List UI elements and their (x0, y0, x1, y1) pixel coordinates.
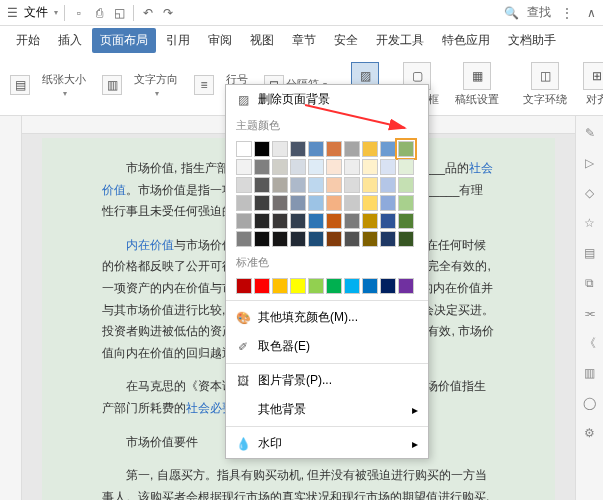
paper-setup-button[interactable]: ▦ 稿纸设置 (451, 60, 503, 109)
text-wrap-button[interactable]: ◫ 文字环绕 (519, 60, 571, 109)
theme-color-swatch[interactable] (308, 141, 324, 157)
theme-color-swatch[interactable] (290, 231, 306, 247)
theme-color-swatch[interactable] (236, 177, 252, 193)
theme-color-swatch[interactable] (236, 195, 252, 211)
theme-color-swatch[interactable] (254, 195, 270, 211)
theme-color-swatch[interactable] (326, 141, 342, 157)
standard-color-swatch[interactable] (380, 278, 396, 294)
standard-color-swatch[interactable] (308, 278, 324, 294)
standard-color-swatch[interactable] (398, 278, 414, 294)
menu-tab-3[interactable]: 引用 (158, 28, 198, 53)
theme-color-swatch[interactable] (290, 213, 306, 229)
standard-color-swatch[interactable] (290, 278, 306, 294)
columns-icon[interactable]: ▥ (98, 73, 126, 97)
theme-color-swatch[interactable] (362, 159, 378, 175)
more-icon[interactable]: ⋮ (559, 5, 575, 21)
search-label[interactable]: 查找 (527, 4, 551, 21)
menu-tab-1[interactable]: 插入 (50, 28, 90, 53)
theme-color-swatch[interactable] (272, 159, 288, 175)
theme-color-swatch[interactable] (254, 231, 270, 247)
theme-color-swatch[interactable] (380, 177, 396, 193)
theme-color-swatch[interactable] (362, 213, 378, 229)
theme-color-swatch[interactable] (326, 195, 342, 211)
remove-background-item[interactable]: ▨ 删除页面背景 (226, 85, 428, 114)
theme-color-swatch[interactable] (254, 213, 270, 229)
theme-color-swatch[interactable] (308, 213, 324, 229)
settings-icon[interactable]: ⚙ (581, 424, 599, 442)
theme-color-swatch[interactable] (398, 213, 414, 229)
theme-color-swatch[interactable] (236, 231, 252, 247)
standard-color-swatch[interactable] (326, 278, 342, 294)
theme-color-swatch[interactable] (308, 177, 324, 193)
theme-color-swatch[interactable] (344, 177, 360, 193)
theme-color-swatch[interactable] (308, 195, 324, 211)
menu-tab-10[interactable]: 文档助手 (500, 28, 564, 53)
undo-icon[interactable]: ↶ (140, 5, 156, 21)
theme-color-swatch[interactable] (254, 141, 270, 157)
menu-tab-2[interactable]: 页面布局 (92, 28, 156, 53)
menu-tab-0[interactable]: 开始 (8, 28, 48, 53)
theme-color-swatch[interactable] (290, 177, 306, 193)
align-button[interactable]: ⊞ 对齐 (579, 60, 603, 109)
standard-color-swatch[interactable] (236, 278, 252, 294)
select-icon[interactable]: ▷ (581, 154, 599, 172)
standard-color-swatch[interactable] (254, 278, 270, 294)
theme-color-swatch[interactable] (362, 195, 378, 211)
circle-icon[interactable]: ◯ (581, 394, 599, 412)
hyperlink[interactable]: 内在价值 (126, 238, 174, 252)
theme-color-swatch[interactable] (398, 141, 414, 157)
theme-color-swatch[interactable] (362, 177, 378, 193)
theme-color-swatch[interactable] (344, 195, 360, 211)
theme-color-swatch[interactable] (236, 141, 252, 157)
theme-color-swatch[interactable] (398, 195, 414, 211)
menu-tab-8[interactable]: 开发工具 (368, 28, 432, 53)
theme-color-swatch[interactable] (398, 231, 414, 247)
collapse-icon[interactable]: 《 (581, 334, 599, 352)
chevron-icon[interactable]: ∧ (583, 5, 599, 21)
menu-tab-7[interactable]: 安全 (326, 28, 366, 53)
theme-color-swatch[interactable] (308, 159, 324, 175)
file-menu[interactable]: 文件 (24, 4, 48, 21)
theme-color-swatch[interactable] (272, 177, 288, 193)
menu-tab-5[interactable]: 视图 (242, 28, 282, 53)
pencil-icon[interactable]: ✎ (581, 124, 599, 142)
theme-color-swatch[interactable] (326, 159, 342, 175)
redo-icon[interactable]: ↷ (160, 5, 176, 21)
theme-color-swatch[interactable] (236, 213, 252, 229)
theme-color-swatch[interactable] (272, 231, 288, 247)
more-fill-colors-item[interactable]: 🎨 其他填充颜色(M)... (226, 303, 428, 332)
theme-color-swatch[interactable] (272, 213, 288, 229)
other-background-item[interactable]: 其他背景 ▸ (226, 395, 428, 424)
theme-color-swatch[interactable] (362, 231, 378, 247)
theme-color-swatch[interactable] (398, 177, 414, 193)
theme-color-swatch[interactable] (344, 213, 360, 229)
menu-tab-4[interactable]: 审阅 (200, 28, 240, 53)
print-icon[interactable]: ⎙ (91, 5, 107, 21)
theme-color-swatch[interactable] (380, 213, 396, 229)
theme-color-swatch[interactable] (326, 177, 342, 193)
theme-color-swatch[interactable] (344, 159, 360, 175)
theme-color-swatch[interactable] (290, 195, 306, 211)
star-icon[interactable]: ☆ (581, 214, 599, 232)
theme-color-swatch[interactable] (236, 159, 252, 175)
theme-color-swatch[interactable] (254, 159, 270, 175)
margins-item[interactable]: ▤ (6, 73, 34, 97)
theme-color-swatch[interactable] (380, 159, 396, 175)
watermark-item[interactable]: 💧 水印 ▸ (226, 429, 428, 458)
theme-color-swatch[interactable] (398, 159, 414, 175)
paper-size-item[interactable]: 纸张大小▾ (38, 70, 90, 100)
theme-color-swatch[interactable] (380, 231, 396, 247)
theme-color-swatch[interactable] (380, 195, 396, 211)
menu-tab-9[interactable]: 特色应用 (434, 28, 498, 53)
preview-icon[interactable]: ◱ (111, 5, 127, 21)
shape-icon[interactable]: ◇ (581, 184, 599, 202)
app-menu-icon[interactable]: ☰ (4, 5, 20, 21)
theme-color-swatch[interactable] (272, 195, 288, 211)
clipboard-icon[interactable]: ▤ (581, 244, 599, 262)
copy-icon[interactable]: ⧉ (581, 274, 599, 292)
eyedropper-item[interactable]: ✐ 取色器(E) (226, 332, 428, 361)
theme-color-swatch[interactable] (308, 231, 324, 247)
line-number-item[interactable]: ≡ (190, 73, 218, 97)
theme-color-swatch[interactable] (380, 141, 396, 157)
theme-color-swatch[interactable] (362, 141, 378, 157)
